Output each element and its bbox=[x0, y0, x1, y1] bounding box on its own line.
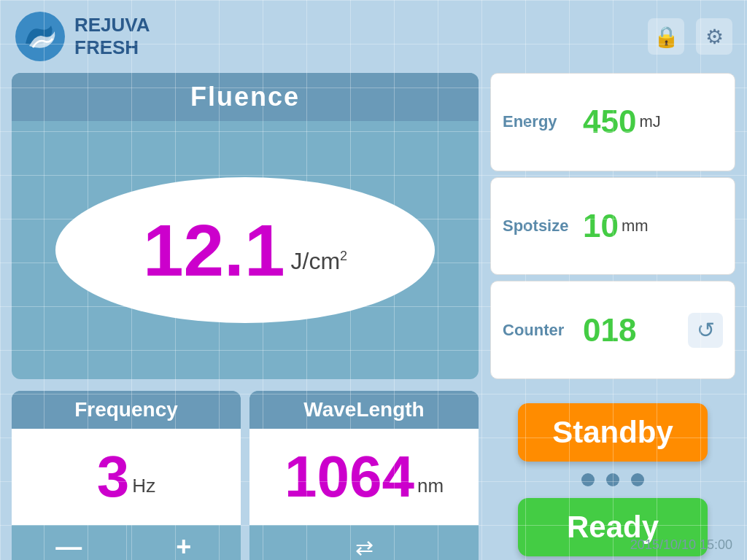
wavelength-unit: nm bbox=[417, 475, 444, 497]
counter-label: Counter bbox=[503, 321, 583, 340]
freq-wave-panels: Frequency 3 Hz — + WaveLength 1064 nm ⇄ bbox=[12, 391, 479, 560]
wavelength-value: 1064 bbox=[285, 443, 414, 510]
frequency-controls: — + bbox=[12, 525, 241, 560]
dot-3 bbox=[631, 473, 644, 486]
reset-icon: ↺ bbox=[697, 317, 715, 343]
fluence-oval: 12.1 J/cm2 bbox=[55, 177, 435, 323]
counter-value: 018 bbox=[583, 312, 636, 349]
frequency-title: Frequency bbox=[74, 398, 178, 421]
frequency-decrease-button[interactable]: — bbox=[12, 525, 127, 560]
settings-button[interactable]: ⚙ bbox=[696, 18, 732, 55]
lock-icon: 🔒 bbox=[654, 25, 679, 49]
dot-1 bbox=[581, 473, 595, 486]
energy-value: 450 bbox=[583, 104, 636, 140]
fluence-panel: Fluence — 12.1 J/cm2 + bbox=[12, 73, 479, 379]
spotsize-label: Spotsize bbox=[503, 217, 583, 236]
wavelength-controls: ⇄ bbox=[249, 525, 479, 560]
spotsize-box: Spotsize 10 mm bbox=[490, 177, 735, 276]
spotsize-value: 10 bbox=[583, 208, 619, 244]
frequency-increase-button[interactable]: + bbox=[127, 525, 241, 560]
brand-name: REJUVA FRESH bbox=[74, 14, 150, 59]
fluence-display: — 12.1 J/cm2 + bbox=[12, 121, 479, 379]
standby-label: Standby bbox=[552, 415, 673, 450]
wavelength-swap-button[interactable]: ⇄ bbox=[249, 525, 479, 560]
fluence-title: Fluence bbox=[190, 82, 300, 112]
spotsize-unit: mm bbox=[622, 217, 649, 236]
logo-area: REJUVA FRESH bbox=[15, 11, 150, 62]
datetime-text: 2015/10/10 15:00 bbox=[630, 537, 732, 552]
settings-icon: ⚙ bbox=[705, 25, 724, 49]
dots-row bbox=[581, 473, 644, 486]
bottom-content: Frequency 3 Hz — + WaveLength 1064 nm ⇄ bbox=[0, 379, 747, 560]
standby-button[interactable]: Standby bbox=[518, 403, 708, 462]
logo-icon bbox=[15, 11, 66, 62]
fluence-value: 12.1 bbox=[143, 214, 285, 287]
energy-box: Energy 450 mJ bbox=[490, 73, 735, 171]
energy-label: Energy bbox=[503, 112, 583, 131]
fluence-unit: J/cm2 bbox=[291, 248, 348, 275]
wavelength-panel: WaveLength 1064 nm ⇄ bbox=[249, 391, 479, 560]
footer-datetime: 2015/10/10 15:00 bbox=[630, 537, 732, 553]
dot-2 bbox=[606, 473, 619, 486]
header-icons: 🔒 ⚙ bbox=[648, 18, 732, 55]
frequency-unit: Hz bbox=[132, 475, 155, 497]
counter-box: Counter 018 ↺ bbox=[490, 281, 735, 379]
wavelength-title: WaveLength bbox=[303, 398, 424, 421]
wavelength-header: WaveLength bbox=[249, 391, 479, 429]
frequency-display: 3 Hz bbox=[12, 429, 241, 525]
frequency-value: 3 bbox=[97, 443, 130, 510]
frequency-header: Frequency bbox=[12, 391, 241, 429]
energy-unit: mJ bbox=[639, 112, 660, 131]
counter-reset-button[interactable]: ↺ bbox=[688, 313, 723, 348]
frequency-panel: Frequency 3 Hz — + bbox=[12, 391, 241, 560]
control-panel: Standby Ready bbox=[490, 391, 735, 560]
lock-button[interactable]: 🔒 bbox=[648, 18, 684, 55]
fluence-header: Fluence bbox=[12, 73, 479, 121]
header: REJUVA FRESH 🔒 ⚙ bbox=[0, 0, 747, 73]
main-content: Fluence — 12.1 J/cm2 + Energy 450 mJ Spo… bbox=[0, 73, 747, 379]
wavelength-display: 1064 nm bbox=[249, 429, 479, 525]
info-panel: Energy 450 mJ Spotsize 10 mm Counter 018… bbox=[490, 73, 735, 379]
